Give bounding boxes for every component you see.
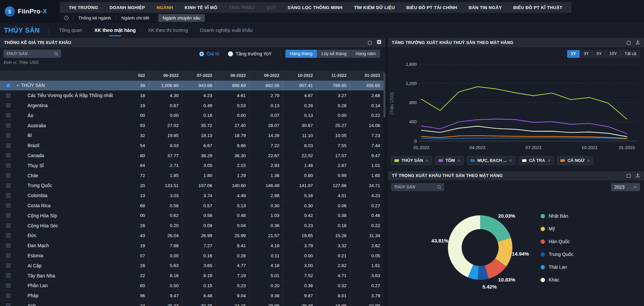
row-value: 27.40 bbox=[216, 121, 249, 130]
subnav-item-1[interactable]: Thống kê ngành bbox=[73, 15, 116, 20]
nav-item-sàng-lọc-thông-minh[interactable]: SÀNG LỌC THÔNG MINH bbox=[282, 5, 349, 10]
table-row[interactable]: Costa Rica680.580.570.130.300.300.060.27 bbox=[0, 201, 383, 211]
table-row[interactable]: Bỉ3219.8518.1318.7914.2611.1010.057.23 bbox=[0, 131, 383, 141]
donut-legend-item[interactable]: Trung Quốc bbox=[541, 248, 573, 261]
tab-3[interactable]: XK theo thị trường bbox=[142, 23, 194, 38]
row-checkbox[interactable] bbox=[6, 273, 10, 278]
table-row[interactable]: Cộng Hòa Síp000.620.560.481.030.420.380.… bbox=[0, 211, 383, 221]
nav-item-thị-trường[interactable]: THỊ TRƯỜNG bbox=[63, 5, 104, 10]
donut-legend-item[interactable]: Khác bbox=[541, 273, 573, 286]
table-scrollbar-thumb[interactable] bbox=[383, 72, 385, 118]
row-checkbox[interactable] bbox=[6, 233, 10, 238]
table-row[interactable]: Áo000.000.160.000.070.130.000.22 bbox=[0, 111, 383, 121]
table-row[interactable]: Cộng Hòa Séc280.200.090.040.360.230.180.… bbox=[0, 221, 383, 231]
row-checkbox[interactable] bbox=[6, 213, 10, 218]
history-clock-icon[interactable] bbox=[64, 15, 69, 20]
row-checkbox[interactable] bbox=[6, 133, 10, 138]
table-row[interactable]: Trung Quốc20133.51107.06140.60146.49141.… bbox=[0, 181, 383, 191]
period-button-3[interactable]: Hàng năm bbox=[351, 50, 380, 58]
table-row[interactable]: Canada8037.7736.2936.3022.6722.0217.579.… bbox=[0, 151, 383, 161]
table-search[interactable] bbox=[3, 50, 61, 58]
unit-note: Đơn vị: Triệu USD bbox=[4, 60, 39, 65]
table-row[interactable]: Các Tiểu Vương quốc Ả Rập Thống nhất184.… bbox=[0, 91, 383, 101]
donut-legend-item[interactable]: Mỹ bbox=[541, 222, 573, 235]
nav-item-tìm-kiếm-dữ-liệu[interactable]: TÌM KIẾM DỮ LIỆU bbox=[348, 5, 401, 10]
table-row[interactable]: Phần Lan600.500.150.230.200.360.320.27 bbox=[0, 281, 383, 291]
row-checkbox[interactable] bbox=[6, 294, 10, 298]
table-row[interactable]: Thụy Sĩ842.713.052.152.931.482.871.01 bbox=[0, 161, 383, 171]
row-checkbox[interactable] bbox=[6, 203, 10, 208]
table-row[interactable]: Anh2425.3330.7824.1529.9829.4818.9810.99 bbox=[0, 301, 383, 306]
table-row[interactable]: Ai Cập285.633.654.774.183.002.821.61 bbox=[0, 261, 383, 271]
legend-chip[interactable]: THỦY SẢN× bbox=[391, 156, 432, 165]
search-icon bbox=[54, 52, 58, 56]
tab-2[interactable]: XK theo mặt hàng bbox=[88, 23, 142, 38]
remove-series-icon[interactable]: × bbox=[548, 158, 550, 163]
row-checkbox[interactable] bbox=[6, 143, 10, 148]
nav-item-biểu-đồ-pt-tài-chính[interactable]: BIỂU ĐỒ PT TÀI CHÍNH bbox=[401, 5, 463, 10]
legend-chip[interactable]: TÔM× bbox=[435, 156, 464, 165]
row-checkbox[interactable] bbox=[6, 263, 10, 268]
table-row[interactable]: Colombia133.033.744.492.985.164.514.23 bbox=[0, 191, 383, 201]
nav-item-quỹ[interactable]: QUỸ bbox=[261, 5, 282, 10]
row-checkbox[interactable] bbox=[6, 93, 10, 98]
tab-4[interactable]: Doanh nghiệp xuất khẩu bbox=[194, 23, 259, 38]
row-checkbox[interactable] bbox=[6, 253, 10, 258]
table-row[interactable]: Chile721.851.801.291.360.800.991.65 bbox=[0, 171, 383, 181]
brand-logo[interactable]: $ FiinPro-X bbox=[0, 0, 60, 23]
popout-window-icon[interactable] bbox=[368, 41, 372, 45]
row-checkbox[interactable] bbox=[6, 223, 10, 228]
row-checkbox[interactable] bbox=[6, 244, 10, 248]
row-checkbox[interactable] bbox=[6, 123, 10, 128]
nav-item-doanh-nghiệp[interactable]: DOANH NGHIỆP bbox=[104, 5, 151, 10]
remove-series-icon[interactable]: × bbox=[509, 158, 512, 163]
row-value: 0.67 bbox=[148, 101, 182, 111]
nav-item-ngành[interactable]: NGÀNH bbox=[151, 5, 179, 10]
table-row[interactable]: Brazil548.036.678.667.228.037.557.44 bbox=[0, 141, 383, 151]
export-table-icon[interactable] bbox=[377, 40, 381, 46]
row-checkbox[interactable] bbox=[6, 283, 10, 288]
table-row[interactable]: Pháp969.478.489.049.389.878.013.79 bbox=[0, 291, 383, 301]
row-checkbox[interactable] bbox=[6, 173, 10, 178]
row-checkbox[interactable] bbox=[6, 103, 10, 107]
legend-chip[interactable]: CÁ NGỪ× bbox=[557, 156, 593, 165]
row-checkbox[interactable] bbox=[6, 183, 10, 188]
remove-series-icon[interactable]: × bbox=[587, 158, 590, 163]
row-value: 0.49 bbox=[182, 101, 216, 111]
table-row[interactable]: Đan Mạch197.887.278.414.193.793.322.62 bbox=[0, 241, 383, 251]
row-value: 18.79 bbox=[216, 131, 249, 140]
radio-1[interactable]: Giá trị bbox=[199, 51, 219, 56]
row-checkbox[interactable] bbox=[6, 113, 10, 118]
row-checkbox[interactable] bbox=[6, 193, 10, 198]
table-search-input[interactable] bbox=[6, 51, 54, 56]
donut-legend-item[interactable]: Hàn Quốc bbox=[541, 235, 573, 248]
donut-legend-item[interactable]: Thái Lan bbox=[541, 261, 573, 273]
table-scrollbar[interactable] bbox=[383, 71, 385, 306]
table-row[interactable]: Đức4326.0426.9925.9921.5719.6515.2811.34 bbox=[0, 231, 383, 241]
table-row[interactable]: ✓▾THỦY SẢN391,006.80943.88998.69862.5690… bbox=[0, 81, 383, 91]
caret-down-icon[interactable]: ▾ bbox=[17, 84, 18, 87]
radio-2[interactable]: Tăng trưởng YoY bbox=[228, 51, 272, 56]
remove-series-icon[interactable]: × bbox=[458, 158, 460, 163]
table-row[interactable]: Tây Ban Nha226.168.197.195.017.524.713.6… bbox=[0, 271, 383, 281]
donut-legend-item[interactable]: Nhật Bản bbox=[541, 210, 573, 222]
subnav-item-3[interactable]: Ngành chuyên sâu bbox=[158, 14, 205, 22]
tab-1[interactable]: Tổng quan bbox=[53, 23, 88, 38]
remove-series-icon[interactable]: × bbox=[426, 158, 428, 163]
table-row[interactable]: Argentina190.670.490.530.130.280.280.14 bbox=[0, 101, 383, 111]
nav-item-biểu-đồ-pt-kĩ-thuật[interactable]: BIỂU ĐỒ PT KĨ THUẬT bbox=[508, 5, 568, 10]
row-checkbox[interactable] bbox=[6, 153, 10, 158]
table-row[interactable]: Australia9327.0235.7227.4028.0730.6725.2… bbox=[0, 121, 383, 131]
nav-item-bản-tin-ngày[interactable]: BẢN TIN NGÀY bbox=[463, 5, 508, 10]
row-checkbox[interactable] bbox=[6, 163, 10, 168]
nav-item-trái-phiếu[interactable]: TRÁI PHIẾU bbox=[223, 5, 261, 10]
legend-chip[interactable]: MỰC, BẠCH ...× bbox=[467, 156, 515, 165]
period-button-2[interactable]: Lũy kế tháng bbox=[317, 50, 351, 58]
table-row[interactable]: Estonia070.000.160.280.110.000.210.05 bbox=[0, 251, 383, 261]
row-checkbox[interactable]: ✓ bbox=[6, 83, 10, 88]
row-checkbox[interactable] bbox=[6, 303, 10, 306]
nav-item-kinh-tế-vĩ-mô[interactable]: KINH TẾ VĨ MÔ bbox=[179, 5, 223, 10]
legend-chip[interactable]: CÁ TRA× bbox=[519, 156, 554, 165]
period-button-1[interactable]: Hàng tháng bbox=[285, 50, 317, 58]
subnav-item-2[interactable]: Ngành chi tiết bbox=[117, 15, 154, 20]
